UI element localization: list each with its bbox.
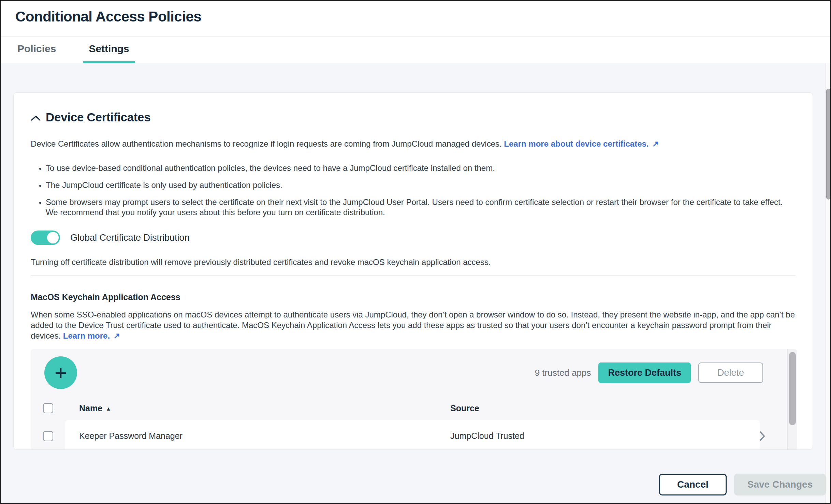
page-title: Conditional Access Policies [15,9,830,25]
keychain-heading: MacOS Keychain Application Access [31,292,796,302]
page-scrollbar-track[interactable] [825,63,830,503]
footer-actions: Cancel Save Changes [659,474,826,495]
save-changes-button[interactable]: Save Changes [734,474,826,495]
column-header-name[interactable]: Name▲ [65,403,450,413]
keychain-description: When some SSO-enabled applications on ma… [31,309,796,341]
tab-bar: Policies Settings [1,36,830,63]
tab-policies[interactable]: Policies [17,36,62,63]
table-scrollbar-thumb[interactable] [789,352,796,425]
global-certificate-distribution-toggle[interactable] [31,231,60,245]
keychain-description-text: When some SSO-enabled applications on ma… [31,310,795,340]
row-checkbox[interactable] [43,431,53,441]
bullet-item: The JumpCloud certificate is only used b… [46,180,796,190]
intro-text: Device Certificates allow authentication… [31,139,502,148]
toggle-knob [47,232,59,243]
bullet-item: Some browsers may prompt users to select… [46,197,796,218]
toggle-label: Global Certificate Distribution [70,233,190,243]
add-app-button[interactable]: + [44,356,77,389]
tab-settings[interactable]: Settings [83,36,135,63]
toolbar-actions: 9 trusted apps Restore Defaults Delete [535,362,763,383]
bullet-list: To use device-based conditional authenti… [31,163,796,218]
app-name-cell: Keeper Password Manager [65,431,450,441]
learn-more-link[interactable]: Learn more. [63,331,110,340]
sort-asc-icon: ▲ [102,406,111,412]
table-row[interactable]: Keeper Password Manager JumpCloud Truste… [31,420,797,450]
delete-button[interactable]: Delete [698,362,763,383]
table-body: Keeper Password Manager JumpCloud Truste… [31,420,797,450]
section-divider [31,276,796,276]
table-header-row: Name▲ Source [31,396,797,420]
restore-defaults-button[interactable]: Restore Defaults [598,362,691,383]
table-toolbar: + 9 trusted apps Restore Defaults Delete [31,349,797,396]
bullet-item: To use device-based conditional authenti… [46,163,796,173]
external-link-icon: ↗ [649,139,659,148]
app-source-cell: JumpCloud Trusted [450,431,797,441]
chevron-right-icon[interactable] [759,431,766,443]
device-certificates-card: Device Certificates Device Certificates … [13,92,813,450]
section-title: Device Certificates [46,110,151,124]
select-all-checkbox[interactable] [43,403,53,413]
device-certificates-heading-row: Device Certificates [31,110,796,124]
global-certificate-distribution-row: Global Certificate Distribution [31,231,796,245]
main-content: Device Certificates Device Certificates … [1,63,830,450]
trusted-apps-table: + 9 trusted apps Restore Defaults Delete… [31,349,797,450]
chevron-up-icon[interactable] [31,115,41,121]
page-scrollbar-thumb[interactable] [826,89,831,199]
device-certificates-intro: Device Certificates allow authentication… [31,138,796,149]
column-header-source[interactable]: Source [450,403,797,413]
cancel-button[interactable]: Cancel [659,474,727,495]
certificate-warning-text: Turning off certificate distribution wil… [31,257,796,267]
learn-more-certificates-link[interactable]: Learn more about device certificates. [504,139,648,148]
trusted-apps-count: 9 trusted apps [535,368,591,378]
external-link-icon: ↗ [110,331,120,340]
page-header: Conditional Access Policies [1,1,830,36]
